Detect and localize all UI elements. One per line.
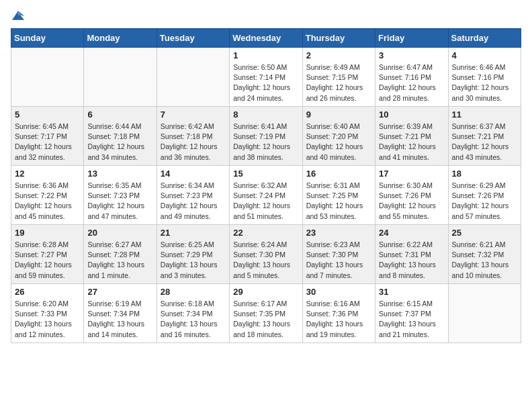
day-info: Sunrise: 6:27 AM Sunset: 7:28 PM Dayligh… <box>87 240 152 281</box>
calendar-cell: 17Sunrise: 6:30 AM Sunset: 7:26 PM Dayli… <box>375 166 448 225</box>
day-number: 2 <box>306 50 371 60</box>
day-info: Sunrise: 6:19 AM Sunset: 7:34 PM Dayligh… <box>87 299 152 340</box>
day-info: Sunrise: 6:15 AM Sunset: 7:37 PM Dayligh… <box>379 299 444 340</box>
calendar-cell: 23Sunrise: 6:23 AM Sunset: 7:30 PM Dayli… <box>302 225 375 284</box>
day-info: Sunrise: 6:39 AM Sunset: 7:21 PM Dayligh… <box>379 122 444 163</box>
calendar-cell: 27Sunrise: 6:19 AM Sunset: 7:34 PM Dayli… <box>84 284 157 343</box>
calendar-cell: 21Sunrise: 6:25 AM Sunset: 7:29 PM Dayli… <box>157 225 229 284</box>
day-number: 31 <box>379 287 444 297</box>
day-info: Sunrise: 6:49 AM Sunset: 7:15 PM Dayligh… <box>306 62 371 103</box>
day-info: Sunrise: 6:16 AM Sunset: 7:36 PM Dayligh… <box>306 299 371 340</box>
day-info: Sunrise: 6:35 AM Sunset: 7:23 PM Dayligh… <box>87 181 152 222</box>
calendar-cell: 11Sunrise: 6:37 AM Sunset: 7:21 PM Dayli… <box>448 107 521 166</box>
calendar-cell: 14Sunrise: 6:34 AM Sunset: 7:23 PM Dayli… <box>157 166 229 225</box>
calendar-cell: 7Sunrise: 6:42 AM Sunset: 7:18 PM Daylig… <box>157 107 229 166</box>
day-number: 22 <box>233 228 298 238</box>
day-header-monday: Monday <box>84 29 157 48</box>
calendar-table: SundayMondayTuesdayWednesdayThursdayFrid… <box>11 28 521 343</box>
calendar-cell: 13Sunrise: 6:35 AM Sunset: 7:23 PM Dayli… <box>84 166 157 225</box>
calendar-cell: 1Sunrise: 6:50 AM Sunset: 7:14 PM Daylig… <box>230 48 302 107</box>
day-header-tuesday: Tuesday <box>157 29 229 48</box>
day-number: 23 <box>306 228 371 238</box>
calendar-cell: 19Sunrise: 6:28 AM Sunset: 7:27 PM Dayli… <box>11 225 84 284</box>
day-number: 25 <box>452 228 517 238</box>
day-info: Sunrise: 6:41 AM Sunset: 7:19 PM Dayligh… <box>233 122 298 163</box>
day-number: 13 <box>87 169 152 179</box>
day-info: Sunrise: 6:24 AM Sunset: 7:30 PM Dayligh… <box>233 240 298 281</box>
day-number: 7 <box>161 109 226 120</box>
day-info: Sunrise: 6:32 AM Sunset: 7:24 PM Dayligh… <box>233 181 298 222</box>
day-number: 27 <box>87 287 152 297</box>
day-info: Sunrise: 6:29 AM Sunset: 7:26 PM Dayligh… <box>452 181 517 222</box>
day-number: 5 <box>15 109 80 120</box>
calendar-cell: 30Sunrise: 6:16 AM Sunset: 7:36 PM Dayli… <box>302 284 375 343</box>
calendar-cell: 31Sunrise: 6:15 AM Sunset: 7:37 PM Dayli… <box>375 284 448 343</box>
logo-bird-icon <box>12 11 24 20</box>
calendar-cell: 12Sunrise: 6:36 AM Sunset: 7:22 PM Dayli… <box>11 166 84 225</box>
day-number: 18 <box>452 169 517 179</box>
day-number: 12 <box>15 169 80 179</box>
day-info: Sunrise: 6:21 AM Sunset: 7:32 PM Dayligh… <box>452 240 517 281</box>
day-number: 10 <box>379 109 444 120</box>
day-number: 1 <box>233 50 298 60</box>
day-info: Sunrise: 6:37 AM Sunset: 7:21 PM Dayligh… <box>452 122 517 163</box>
day-number: 8 <box>233 109 298 120</box>
calendar-cell <box>84 48 157 107</box>
calendar-cell: 16Sunrise: 6:31 AM Sunset: 7:25 PM Dayli… <box>302 166 375 225</box>
day-number: 11 <box>452 109 517 120</box>
calendar-week-row: 12Sunrise: 6:36 AM Sunset: 7:22 PM Dayli… <box>11 166 521 225</box>
calendar-cell <box>448 284 521 343</box>
day-header-friday: Friday <box>375 29 448 48</box>
day-info: Sunrise: 6:31 AM Sunset: 7:25 PM Dayligh… <box>306 181 371 222</box>
day-info: Sunrise: 6:22 AM Sunset: 7:31 PM Dayligh… <box>379 240 444 281</box>
calendar-week-row: 19Sunrise: 6:28 AM Sunset: 7:27 PM Dayli… <box>11 225 521 284</box>
day-number: 17 <box>379 169 444 179</box>
calendar-cell: 26Sunrise: 6:20 AM Sunset: 7:33 PM Dayli… <box>11 284 84 343</box>
day-info: Sunrise: 6:46 AM Sunset: 7:16 PM Dayligh… <box>452 62 517 103</box>
calendar-cell: 24Sunrise: 6:22 AM Sunset: 7:31 PM Dayli… <box>375 225 448 284</box>
day-number: 30 <box>306 287 371 297</box>
day-info: Sunrise: 6:47 AM Sunset: 7:16 PM Dayligh… <box>379 62 444 103</box>
day-number: 9 <box>306 109 371 120</box>
calendar-cell: 10Sunrise: 6:39 AM Sunset: 7:21 PM Dayli… <box>375 107 448 166</box>
day-number: 29 <box>233 287 298 297</box>
calendar-cell <box>157 48 229 107</box>
day-number: 24 <box>379 228 444 238</box>
calendar-header-row: SundayMondayTuesdayWednesdayThursdayFrid… <box>11 29 521 48</box>
calendar-cell <box>11 48 84 107</box>
calendar-cell: 15Sunrise: 6:32 AM Sunset: 7:24 PM Dayli… <box>230 166 302 225</box>
day-number: 20 <box>87 228 152 238</box>
day-header-wednesday: Wednesday <box>230 29 302 48</box>
day-info: Sunrise: 6:50 AM Sunset: 7:14 PM Dayligh… <box>233 62 298 103</box>
day-header-sunday: Sunday <box>11 29 84 48</box>
day-info: Sunrise: 6:25 AM Sunset: 7:29 PM Dayligh… <box>161 240 226 281</box>
calendar-cell: 28Sunrise: 6:18 AM Sunset: 7:34 PM Dayli… <box>157 284 229 343</box>
calendar-cell: 2Sunrise: 6:49 AM Sunset: 7:15 PM Daylig… <box>302 48 375 107</box>
day-info: Sunrise: 6:18 AM Sunset: 7:34 PM Dayligh… <box>161 299 226 340</box>
day-info: Sunrise: 6:42 AM Sunset: 7:18 PM Dayligh… <box>161 122 226 163</box>
calendar-cell: 4Sunrise: 6:46 AM Sunset: 7:16 PM Daylig… <box>448 48 521 107</box>
calendar-cell: 25Sunrise: 6:21 AM Sunset: 7:32 PM Dayli… <box>448 225 521 284</box>
day-number: 16 <box>306 169 371 179</box>
day-number: 15 <box>233 169 298 179</box>
calendar-week-row: 26Sunrise: 6:20 AM Sunset: 7:33 PM Dayli… <box>11 284 521 343</box>
day-number: 28 <box>161 287 226 297</box>
day-info: Sunrise: 6:17 AM Sunset: 7:35 PM Dayligh… <box>233 299 298 340</box>
day-header-thursday: Thursday <box>302 29 375 48</box>
calendar-cell: 9Sunrise: 6:40 AM Sunset: 7:20 PM Daylig… <box>302 107 375 166</box>
calendar-cell: 8Sunrise: 6:41 AM Sunset: 7:19 PM Daylig… <box>230 107 302 166</box>
day-number: 26 <box>15 287 80 297</box>
day-info: Sunrise: 6:36 AM Sunset: 7:22 PM Dayligh… <box>15 181 80 222</box>
day-info: Sunrise: 6:30 AM Sunset: 7:26 PM Dayligh… <box>379 181 444 222</box>
day-info: Sunrise: 6:20 AM Sunset: 7:33 PM Dayligh… <box>15 299 80 340</box>
calendar-week-row: 1Sunrise: 6:50 AM Sunset: 7:14 PM Daylig… <box>11 48 521 107</box>
calendar-week-row: 5Sunrise: 6:45 AM Sunset: 7:17 PM Daylig… <box>11 107 521 166</box>
calendar-cell: 22Sunrise: 6:24 AM Sunset: 7:30 PM Dayli… <box>230 225 302 284</box>
day-number: 19 <box>15 228 80 238</box>
day-number: 21 <box>161 228 226 238</box>
page-header <box>11 11 521 20</box>
day-header-saturday: Saturday <box>448 29 521 48</box>
calendar-cell: 5Sunrise: 6:45 AM Sunset: 7:17 PM Daylig… <box>11 107 84 166</box>
calendar-cell: 6Sunrise: 6:44 AM Sunset: 7:18 PM Daylig… <box>84 107 157 166</box>
calendar-cell: 18Sunrise: 6:29 AM Sunset: 7:26 PM Dayli… <box>448 166 521 225</box>
